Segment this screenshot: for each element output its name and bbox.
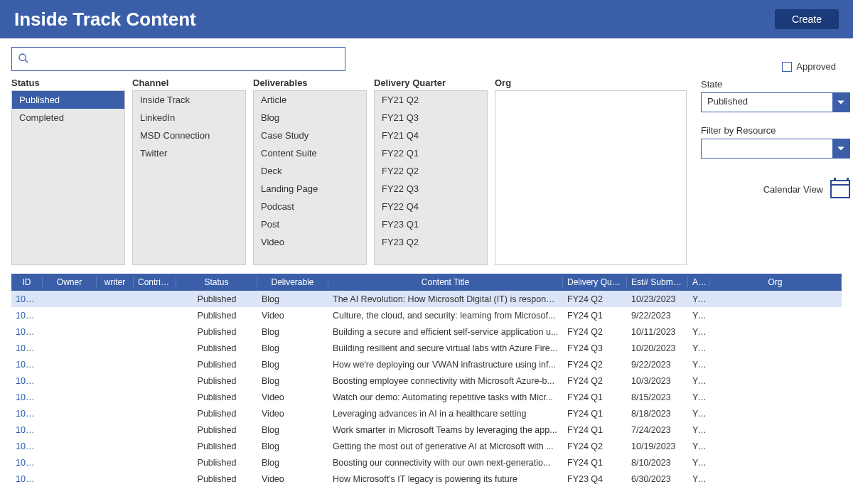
table-row[interactable]: 10537PublishedBlogHow we're deploying ou… (11, 356, 842, 372)
page-title: Inside Track Content (14, 9, 196, 31)
filter-resource-select[interactable] (701, 139, 850, 159)
row-id-link[interactable]: 10547 (11, 343, 43, 353)
col-org[interactable]: Org (709, 277, 842, 287)
col-writer[interactable]: writer (97, 277, 134, 287)
table-row[interactable]: 10533PublishedVideoWatch our demo: Autom… (11, 389, 842, 405)
filter-item[interactable]: FY21 Q3 (375, 109, 487, 127)
row-id-link[interactable]: 10548 (11, 327, 43, 337)
row-title: How Microsoft's IT legacy is powering it… (328, 474, 563, 484)
filter-item[interactable]: FY23 Q2 (375, 233, 487, 251)
filter-item[interactable]: Article (254, 91, 366, 109)
state-select[interactable]: Published (701, 92, 850, 112)
col-id[interactable]: ID (11, 277, 43, 287)
row-title: Boosting our connectivity with our own n… (328, 458, 563, 468)
col-deliverable[interactable]: Deliverable (257, 277, 328, 287)
col-owner[interactable]: Owner (43, 277, 97, 287)
col-approved[interactable]: Ap... (688, 277, 709, 287)
row-id-link[interactable]: 10563 (11, 311, 43, 321)
filter-item[interactable]: MSD Connection (133, 127, 245, 144)
state-select-value: Published (702, 93, 832, 112)
filter-item[interactable]: FY21 Q2 (375, 91, 487, 109)
row-quarter: FY24 Q3 (563, 343, 627, 353)
filter-item[interactable]: Inside Track (133, 91, 245, 109)
row-status: Published (176, 392, 257, 402)
row-submit: 8/18/2023 (627, 409, 688, 419)
table-row[interactable]: 10581PublishedBlogThe AI Revolution: How… (11, 291, 842, 307)
row-submit: 7/24/2023 (627, 425, 688, 435)
row-status: Published (176, 343, 257, 353)
search-box[interactable] (11, 47, 345, 71)
col-title[interactable]: Content Title (328, 277, 563, 287)
filter-item[interactable]: FY21 Q4 (375, 127, 487, 144)
filter-item[interactable]: Podcast (254, 198, 366, 215)
filter-item[interactable]: FY22 Q2 (375, 162, 487, 180)
filter-item[interactable]: Twitter (133, 144, 245, 162)
filter-item[interactable]: FY23 Q1 (375, 215, 487, 233)
calendar-view-link[interactable]: Calendar View (701, 180, 850, 198)
filter-item[interactable]: Completed (12, 109, 124, 127)
org-filter-list[interactable] (495, 90, 687, 265)
row-quarter: FY24 Q2 (563, 376, 627, 386)
filter-item[interactable]: Deck (254, 162, 366, 180)
row-id-link[interactable]: 10533 (11, 392, 43, 402)
row-id-link[interactable]: 10526 (11, 409, 43, 419)
row-id-link[interactable]: 10524 (11, 425, 43, 435)
row-id-link[interactable]: 10535 (11, 376, 43, 386)
quarter-filter-list[interactable]: FY21 Q2FY21 Q3FY21 Q4FY22 Q1FY22 Q2FY22 … (374, 90, 488, 265)
table-row[interactable]: 10520PublishedBlogBoosting our connectiv… (11, 454, 842, 471)
row-deliverable: Blog (257, 343, 328, 353)
row-status: Published (176, 294, 257, 304)
create-button[interactable]: Create (775, 9, 839, 29)
approved-checkbox[interactable] (782, 62, 792, 72)
col-quarter[interactable]: Delivery Quar... (563, 277, 627, 287)
row-deliverable: Blog (257, 425, 328, 435)
col-status[interactable]: Status (176, 277, 257, 287)
filter-item[interactable]: FY22 Q1 (375, 144, 487, 162)
table-row[interactable]: 10548PublishedBlogBuilding a secure and … (11, 323, 842, 340)
filter-item[interactable]: LinkedIn (133, 109, 245, 127)
col-contrib[interactable]: Contribu... (134, 277, 176, 287)
row-approved: Yes (688, 425, 709, 435)
table-row[interactable]: 10535PublishedBlogBoosting employee conn… (11, 372, 842, 389)
status-filter-list[interactable]: PublishedCompleted (11, 90, 125, 265)
filter-item[interactable]: Blog (254, 109, 366, 127)
filter-item[interactable]: FY22 Q4 (375, 198, 487, 215)
row-id-link[interactable]: 10537 (11, 360, 43, 370)
row-id-link[interactable]: 10581 (11, 294, 43, 304)
row-deliverable: Blog (257, 376, 328, 386)
filter-resource-label: Filter by Resource (701, 125, 850, 136)
filter-item[interactable]: FY22 Q3 (375, 180, 487, 198)
row-title: Watch our demo: Automating repetitive ta… (328, 392, 563, 402)
filter-item[interactable]: Published (12, 91, 124, 109)
row-id-link[interactable]: 10519 (11, 474, 43, 484)
table-row[interactable]: 10524PublishedBlogWork smarter in Micros… (11, 422, 842, 438)
chevron-down-icon (832, 93, 849, 112)
row-id-link[interactable]: 10521 (11, 441, 43, 451)
table-row[interactable]: 10519PublishedVideoHow Microsoft's IT le… (11, 471, 842, 487)
filter-item[interactable]: Post (254, 215, 366, 233)
deliverables-filter-list[interactable]: ArticleBlogCase StudyContent SuiteDeckLa… (253, 90, 367, 265)
table-row[interactable]: 10526PublishedVideoLeveraging advances i… (11, 405, 842, 422)
filter-item[interactable]: Case Study (254, 127, 366, 144)
row-title: Leveraging advances in AI in a healthcar… (328, 409, 563, 419)
chevron-down-icon (832, 139, 849, 158)
channel-filter-list[interactable]: Inside TrackLinkedInMSD ConnectionTwitte… (132, 90, 246, 265)
col-submit[interactable]: Est# Submit t... (627, 277, 688, 287)
calendar-view-label: Calendar View (763, 184, 823, 195)
filter-item[interactable]: Content Suite (254, 144, 366, 162)
row-deliverable: Blog (257, 441, 328, 451)
filter-item[interactable]: Video (254, 233, 366, 251)
row-approved: Yes (688, 392, 709, 402)
row-quarter: FY24 Q2 (563, 327, 627, 337)
row-submit: 8/15/2023 (627, 392, 688, 402)
row-quarter: FY23 Q4 (563, 474, 627, 484)
table-row[interactable]: 10547PublishedBlogBuilding resilient and… (11, 340, 842, 356)
search-input[interactable] (29, 48, 345, 70)
table-row[interactable]: 10521PublishedBlogGetting the most out o… (11, 438, 842, 454)
row-quarter: FY24 Q1 (563, 425, 627, 435)
channel-filter-label: Channel (132, 77, 246, 88)
row-submit: 9/22/2023 (627, 360, 688, 370)
filter-item[interactable]: Landing Page (254, 180, 366, 198)
table-row[interactable]: 10563PublishedVideoCulture, the cloud, a… (11, 307, 842, 323)
row-id-link[interactable]: 10520 (11, 458, 43, 468)
